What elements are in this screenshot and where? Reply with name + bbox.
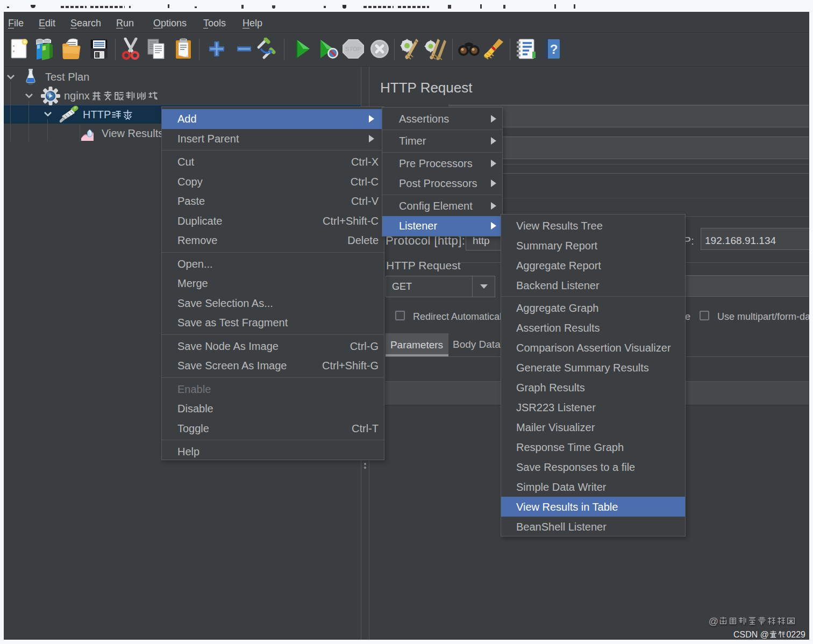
svg-text:STOP: STOP: [345, 46, 361, 52]
svg-text:?: ?: [550, 42, 558, 56]
